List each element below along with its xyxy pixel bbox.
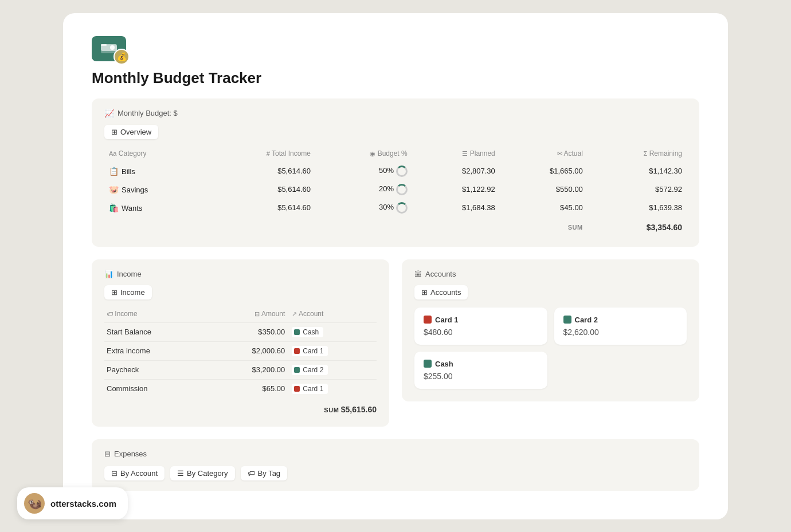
accounts-col: 🏛 Accounts ⊞ Accounts Card 1 $480.60 Car… xyxy=(402,259,699,427)
col-category: Aa Category xyxy=(104,147,205,162)
expenses-icon: ⊟ xyxy=(104,450,111,458)
overview-row: 🛍️Wants $5,614.60 30% $1,684.38 $45.00 $… xyxy=(104,199,687,217)
grid-icon-2: ⊞ xyxy=(111,288,118,297)
account-card-name: Card 1 xyxy=(435,316,458,324)
income-row: Extra income $2,000.60 Card 1 xyxy=(104,341,377,360)
bank-icon: 🏛 xyxy=(414,270,422,278)
col-remaining: Σ Remaining xyxy=(588,147,687,162)
overview-sum-row: SUM $3,354.60 xyxy=(104,217,687,235)
accounts-panel: 🏛 Accounts ⊞ Accounts Card 1 $480.60 Car… xyxy=(402,259,699,401)
watermark-avatar: 🦦 xyxy=(24,493,45,514)
expenses-tab-2[interactable]: 🏷 By Tag xyxy=(241,466,288,480)
col-budget-pct: ◉ Budget % xyxy=(315,147,412,162)
watermark: 🦦 otterstacks.com xyxy=(17,487,128,519)
account-card-name: Card 2 xyxy=(575,316,598,324)
overview-table: Aa Category # Total Income ◉ Budget % ☰ … xyxy=(104,147,687,235)
income-tab[interactable]: ⊞ Income xyxy=(104,285,152,300)
logo-icon: 💰 xyxy=(92,36,126,61)
overview-tab[interactable]: ⊞ Overview xyxy=(104,125,158,139)
account-card: Card 1 $480.60 xyxy=(414,308,547,345)
account-card-name: Cash xyxy=(435,360,453,368)
svg-point-2 xyxy=(110,45,115,50)
account-card-amount: $2,620.00 xyxy=(563,328,678,337)
expenses-tabs: ⊟ By Account☰ By Category🏷 By Tag xyxy=(104,466,687,480)
grid-icon: ⊞ xyxy=(111,128,118,136)
income-header-row: 🏷 Income ⊟ Amount ↗ Account xyxy=(104,308,377,323)
income-row: Paycheck $3,200.00 Card 2 xyxy=(104,360,377,379)
expenses-tab-0[interactable]: ⊟ By Account xyxy=(104,466,165,480)
budget-section-header: 📈 Monthly Budget: $ xyxy=(104,109,687,118)
account-card-amount: $480.60 xyxy=(424,328,538,337)
logo-area: 💰 xyxy=(92,36,699,61)
expenses-tab-1[interactable]: ☰ By Category xyxy=(170,466,235,480)
budget-section: 📈 Monthly Budget: $ ⊞ Overview Aa Catego… xyxy=(92,98,699,247)
col-total-income: # Total Income xyxy=(205,147,315,162)
overview-row: 🐷Savings $5,614.60 20% $1,122.92 $550.00… xyxy=(104,180,687,199)
account-card-amount: $255.00 xyxy=(424,372,538,381)
overview-row: 📋Bills $5,614.60 50% $2,807.30 $1,665.00… xyxy=(104,162,687,180)
col-amount: ⊟ Amount xyxy=(209,308,289,323)
svg-rect-3 xyxy=(101,44,107,46)
account-card: Cash $255.00 xyxy=(414,352,547,389)
logo-sub-icon: 💰 xyxy=(113,49,130,65)
chart-icon: 📈 xyxy=(104,109,114,118)
account-card: Card 2 $2,620.00 xyxy=(554,308,687,345)
income-row: Start Balance $350.00 Cash xyxy=(104,322,377,341)
expenses-section: ⊟ Expenses ⊟ By Account☰ By Category🏷 By… xyxy=(92,439,699,491)
accounts-panel-header: 🏛 Accounts xyxy=(414,270,687,278)
income-table: 🏷 Income ⊟ Amount ↗ Account Start Balanc… xyxy=(104,308,377,398)
income-row: Commission $65.00 Card 1 xyxy=(104,379,377,398)
income-sum: SUM $5,615.60 xyxy=(104,398,377,414)
overview-header-row: Aa Category # Total Income ◉ Budget % ☰ … xyxy=(104,147,687,162)
income-panel: 📊 Income ⊞ Income 🏷 Income ⊟ Amount ↗ Ac… xyxy=(92,259,389,427)
col-actual: ✉ Actual xyxy=(500,147,588,162)
main-card: 💰 Monthly Budget Tracker 📈 Monthly Budge… xyxy=(63,13,728,519)
col-income-label: 🏷 Income xyxy=(104,308,209,323)
accounts-grid: Card 1 $480.60 Card 2 $2,620.00 Cash $25… xyxy=(414,308,687,389)
col-account: ↗ Account xyxy=(289,308,377,323)
income-icon: 📊 xyxy=(104,270,113,278)
income-col: 📊 Income ⊞ Income 🏷 Income ⊟ Amount ↗ Ac… xyxy=(92,259,389,427)
page-title: Monthly Budget Tracker xyxy=(92,69,699,87)
accounts-tab[interactable]: ⊞ Accounts xyxy=(414,285,468,300)
expenses-header: ⊟ Expenses xyxy=(104,450,687,458)
col-planned: ☰ Planned xyxy=(412,147,500,162)
watermark-text: otterstacks.com xyxy=(50,499,116,509)
accounts-icon: ⊞ xyxy=(421,288,428,297)
two-col-layout: 📊 Income ⊞ Income 🏷 Income ⊟ Amount ↗ Ac… xyxy=(92,259,699,427)
income-panel-header: 📊 Income xyxy=(104,270,377,278)
